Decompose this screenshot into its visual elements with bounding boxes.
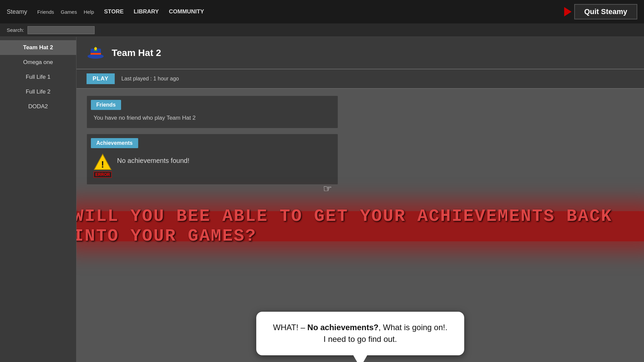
game-header: Team Hat 2	[76, 37, 644, 69]
nav-bar: STORE LIBRARY COMMUNITY	[104, 8, 204, 15]
friends-panel-header: Friends	[91, 100, 121, 110]
app-name: Steamy	[7, 8, 27, 15]
svg-rect-2	[91, 53, 101, 55]
search-input[interactable]	[28, 26, 95, 34]
friends-panel: Friends You have no friend who play Team…	[87, 96, 338, 128]
warning-icon: !	[94, 153, 112, 171]
main-layout: Team Hat 2 Omega one Full Life 1 Full Li…	[0, 37, 644, 362]
sidebar: Team Hat 2 Omega one Full Life 1 Full Li…	[0, 37, 76, 362]
sidebar-item-doda2[interactable]: DODA2	[0, 99, 76, 114]
error-icon-container: ! ERROR	[94, 153, 112, 178]
nav-library[interactable]: LIBRARY	[134, 8, 159, 15]
search-label: Search:	[7, 27, 24, 33]
last-played-text: Last played : 1 hour ago	[121, 76, 179, 82]
menu-bar: Friends Games Help	[37, 9, 94, 15]
achievements-panel: Achievements ! ERROR No achievements fou…	[87, 134, 338, 185]
quit-section: Quit Steamy	[564, 4, 637, 19]
play-button[interactable]: PLAY	[87, 73, 115, 84]
sidebar-item-omegaone[interactable]: Omega one	[0, 55, 76, 70]
achievements-panel-body: ! ERROR No achievements found!	[87, 148, 338, 184]
menu-help[interactable]: Help	[84, 9, 94, 15]
speech-bubble: WHAT! – No achievements?, What is going …	[256, 312, 464, 355]
search-bar: Search:	[0, 23, 644, 37]
achievements-panel-header: Achievements	[91, 138, 138, 148]
play-section: PLAY Last played : 1 hour ago	[76, 69, 644, 89]
svg-point-4	[94, 47, 97, 50]
banner-text: WILL YOU BEE ABLE TO GET YOUR ACHIEVEMEN…	[76, 206, 644, 246]
svg-text:!: !	[101, 159, 104, 170]
play-icon	[564, 7, 572, 16]
game-title: Team Hat 2	[112, 48, 161, 58]
menu-games[interactable]: Games	[61, 9, 77, 15]
menu-friends[interactable]: Friends	[37, 9, 54, 15]
nav-store[interactable]: STORE	[104, 8, 123, 15]
bubble-text-before: WHAT! –	[273, 323, 307, 332]
game-icon-svg	[87, 44, 105, 62]
nav-community[interactable]: COMMUNITY	[169, 8, 204, 15]
quit-button[interactable]: Quit Steamy	[574, 4, 637, 19]
content-area: Team Hat 2 PLAY Last played : 1 hour ago…	[76, 37, 644, 362]
friends-message: You have no friend who play Team Hat 2	[94, 115, 196, 121]
panels-container: Friends You have no friend who play Team…	[76, 89, 644, 191]
top-bar: Steamy Friends Games Help STORE LIBRARY …	[0, 0, 644, 23]
friends-panel-body: You have no friend who play Team Hat 2	[87, 110, 338, 128]
sidebar-item-fulllife2[interactable]: Full Life 2	[0, 84, 76, 99]
no-achievements-text: No achievements found!	[117, 157, 190, 165]
game-icon	[87, 44, 105, 62]
bubble-text-bold: No achievements?	[307, 323, 378, 332]
red-banner: WILL YOU BEE ABLE TO GET YOUR ACHIEVEMEN…	[76, 211, 644, 241]
sidebar-item-fulllife1[interactable]: Full Life 1	[0, 70, 76, 84]
sidebar-item-teamhat2[interactable]: Team Hat 2	[0, 40, 76, 55]
error-label: ERROR	[94, 172, 111, 178]
